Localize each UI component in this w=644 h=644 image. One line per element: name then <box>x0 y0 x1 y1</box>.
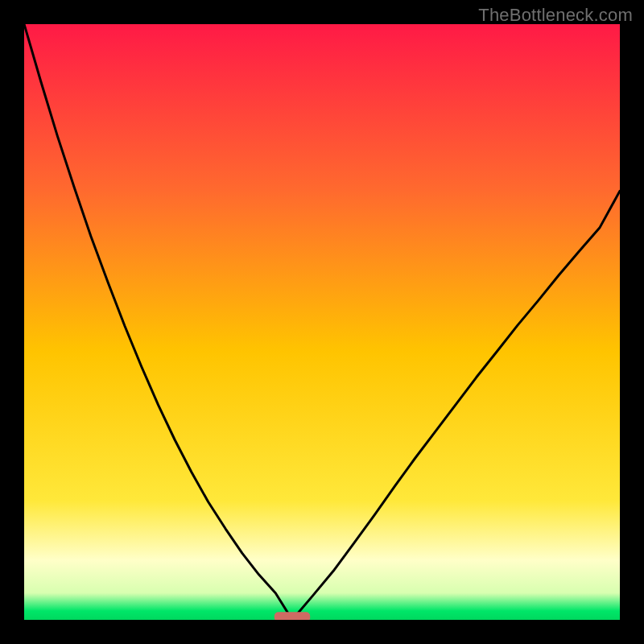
gradient-background <box>24 24 620 620</box>
minimum-marker <box>275 612 310 620</box>
watermark-text: TheBottleneck.com <box>478 5 633 26</box>
plot-svg <box>24 24 620 620</box>
plot-area <box>24 24 620 620</box>
chart-frame: TheBottleneck.com <box>0 0 644 644</box>
